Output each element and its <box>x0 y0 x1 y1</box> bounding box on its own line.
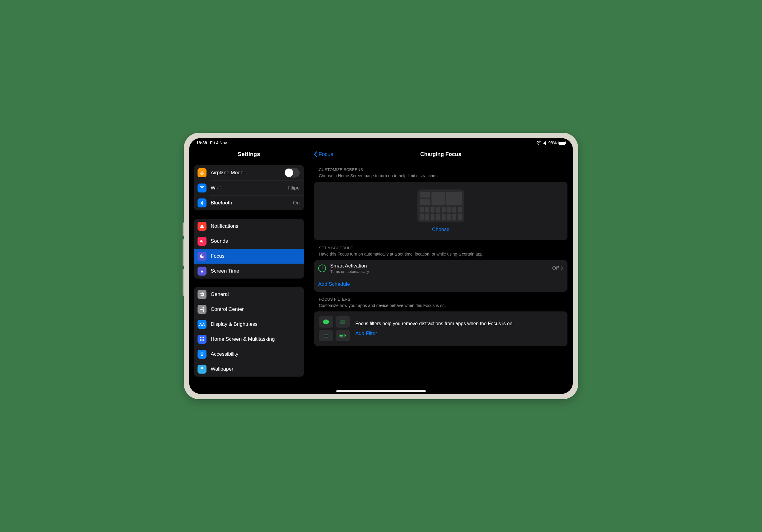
wifi-settings-icon <box>197 184 206 192</box>
mail-icon <box>336 316 350 328</box>
sidebar-item-notifications[interactable]: Notifications <box>194 219 304 234</box>
sidebar-item-wifi[interactable]: Wi-Fi Filipe <box>194 181 304 195</box>
svg-rect-7 <box>202 341 202 341</box>
smart-activation-value: Off <box>552 266 559 271</box>
schedule-heading: SET A SCHEDULE <box>314 240 568 251</box>
calendar-icon <box>319 330 333 341</box>
speaker-icon <box>197 237 206 246</box>
bluetooth-value: On <box>293 200 300 206</box>
svg-rect-14 <box>345 335 346 336</box>
hourglass-icon <box>197 266 206 275</box>
back-button[interactable]: Focus <box>314 151 333 158</box>
add-filter-button[interactable]: Add Filter <box>355 331 563 337</box>
sidebar-item-screen-time[interactable]: Screen Time <box>194 264 304 278</box>
home-screen-preview <box>418 190 464 222</box>
battery-percent: 98% <box>548 140 557 145</box>
svg-rect-2 <box>203 337 204 338</box>
filters-sub: Customize how your apps and device behav… <box>314 303 568 311</box>
gear-icon <box>197 290 206 299</box>
home-indicator[interactable] <box>336 390 426 392</box>
sidebar-item-focus[interactable]: Focus <box>194 249 304 264</box>
sidebar-item-wallpaper[interactable]: Wallpaper <box>194 362 304 377</box>
location-icon <box>543 141 547 145</box>
svg-rect-5 <box>203 339 204 340</box>
battery-filter-icon <box>336 330 350 341</box>
add-schedule-button[interactable]: Add Schedule <box>314 277 568 292</box>
sidebar-item-home-screen[interactable]: Home Screen & Multitasking <box>194 332 304 347</box>
bluetooth-icon <box>197 198 206 207</box>
smart-activation-row[interactable]: Smart Activation Turns on automatically … <box>314 260 568 277</box>
svg-rect-0 <box>200 337 201 338</box>
sidebar: Airplane Mode Wi-Fi Filipe Bluetooth On <box>189 162 309 394</box>
sidebar-item-accessibility[interactable]: Accessibility <box>194 347 304 362</box>
messages-icon <box>319 316 333 328</box>
wifi-icon <box>536 141 542 145</box>
airplane-icon <box>197 168 206 177</box>
customize-card[interactable]: Choose <box>314 182 568 240</box>
filters-heading: FOCUS FILTERS <box>314 292 568 303</box>
sidebar-item-sounds[interactable]: Sounds <box>194 234 304 249</box>
schedule-card: Smart Activation Turns on automatically … <box>314 260 568 292</box>
bell-icon <box>197 222 206 231</box>
airplane-toggle[interactable] <box>284 168 300 178</box>
sidebar-item-display[interactable]: AA Display & Brightness <box>194 317 304 332</box>
status-right: 98% <box>536 140 566 145</box>
sidebar-title: Settings <box>189 146 309 162</box>
status-bar: 18:38 Fri 4 Nov 98% <box>189 138 573 146</box>
svg-rect-1 <box>202 337 202 338</box>
sidebar-item-general[interactable]: General <box>194 287 304 302</box>
accessibility-icon <box>197 350 206 359</box>
status-date: Fri 4 Nov <box>210 140 227 145</box>
svg-rect-13 <box>341 335 343 337</box>
filters-description: Focus filters help you remove distractio… <box>355 321 563 326</box>
chevron-right-icon <box>561 266 563 270</box>
sidebar-item-bluetooth[interactable]: Bluetooth On <box>194 195 304 210</box>
customize-heading: CUSTOMIZE SCREENS <box>314 162 568 173</box>
svg-rect-11 <box>325 335 328 338</box>
svg-rect-4 <box>202 339 202 340</box>
text-size-icon: AA <box>197 320 206 329</box>
back-label: Focus <box>319 151 333 158</box>
svg-point-9 <box>202 352 202 353</box>
battery-icon <box>559 141 566 145</box>
page-title: Charging Focus <box>420 151 461 158</box>
sidebar-item-control-center[interactable]: Control Center <box>194 302 304 317</box>
moon-icon <box>197 252 206 261</box>
wifi-value: Filipe <box>287 185 300 191</box>
status-time: 18:38 <box>196 140 207 145</box>
sliders-icon <box>197 305 206 314</box>
detail-pane: CUSTOMIZE SCREENS Choose a Home Screen p… <box>309 162 573 394</box>
svg-rect-8 <box>203 341 204 341</box>
sidebar-item-airplane-mode[interactable]: Airplane Mode <box>194 165 304 181</box>
flower-icon <box>197 365 206 374</box>
customize-sub: Choose a Home Screen page to turn on to … <box>314 173 568 182</box>
filters-card: Focus filters help you remove distractio… <box>314 311 568 346</box>
svg-rect-6 <box>200 341 201 341</box>
power-icon <box>318 265 326 272</box>
schedule-sub: Have this Focus turn on automatically at… <box>314 251 568 260</box>
apps-grid-icon <box>197 335 206 344</box>
choose-button[interactable]: Choose <box>432 227 450 233</box>
svg-rect-3 <box>200 339 201 340</box>
filter-preview-grid <box>319 316 350 341</box>
